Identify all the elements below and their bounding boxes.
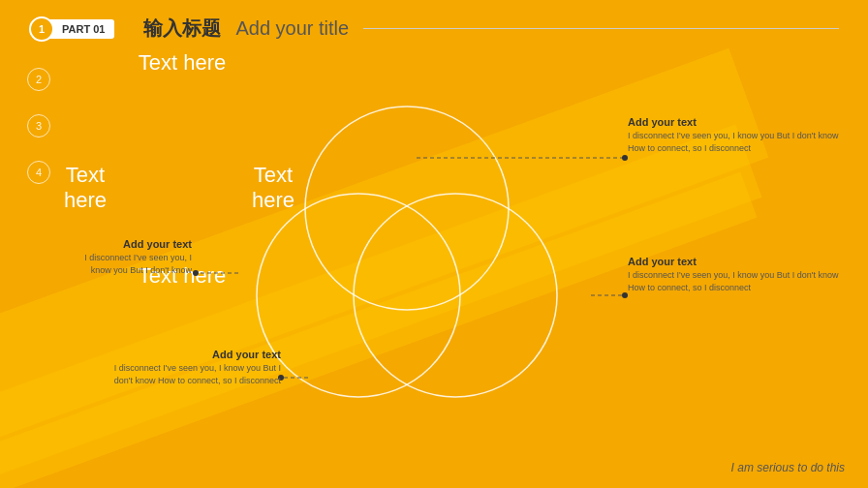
annotation-bottom-left: Add your text I disconnect I've seen you…	[97, 349, 281, 386]
svg-point-2	[354, 194, 557, 397]
annotation-middle-left: Add your text I disconnect I've seen you…	[66, 238, 192, 276]
title-chinese: 输入标题	[143, 15, 221, 42]
annotation-bottom-left-body: I disconnect I've seen you, I know you B…	[97, 362, 281, 386]
annotation-middle-right-title: Add your text	[628, 256, 841, 267]
svg-point-4	[622, 155, 628, 161]
part-badge: 1 PART 01	[29, 16, 114, 42]
annotation-top-right-title: Add your text	[628, 116, 841, 128]
header: 1 PART 01 输入标题 Add your title	[0, 15, 868, 42]
part-label: PART 01	[48, 19, 114, 39]
side-numbers: 2 3 4	[27, 68, 50, 184]
title-english: Add your title	[235, 17, 349, 40]
svg-point-0	[305, 107, 509, 310]
annotation-middle-right-body: I disconnect I've seen you, I know you B…	[628, 269, 841, 293]
header-divider	[363, 28, 839, 29]
annotation-middle-right: Add your text I disconnect I've seen you…	[628, 256, 841, 293]
annotation-middle-left-title: Add your text	[66, 238, 192, 250]
side-num-4: 4	[27, 161, 50, 184]
venn-label-top: Text here	[114, 50, 250, 76]
bottom-right-text: I am serious to do this	[731, 461, 845, 474]
part-circle: 1	[29, 16, 54, 42]
svg-point-6	[193, 270, 199, 276]
annotation-middle-left-body: I disconnect I've seen you, I know you B…	[66, 252, 192, 276]
svg-point-1	[257, 194, 460, 397]
annotation-top-right: Add your text I disconnect I've seen you…	[628, 116, 841, 154]
annotation-top-right-body: I disconnect I've seen you, I know you B…	[628, 130, 841, 154]
side-num-2: 2	[27, 68, 50, 91]
annotation-bottom-left-title: Add your text	[97, 349, 281, 360]
side-num-3: 3	[27, 114, 50, 137]
